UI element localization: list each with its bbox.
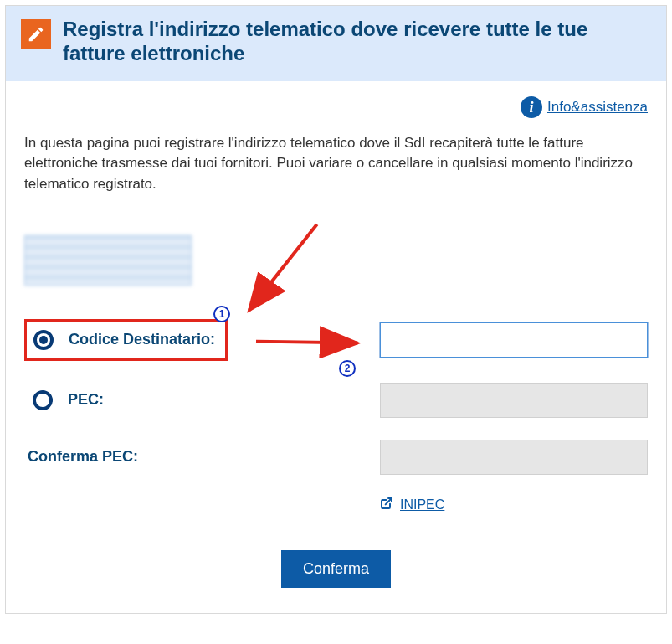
info-icon: i	[521, 96, 542, 118]
intro-text: In questa pagina puoi registrare l'indir…	[24, 133, 648, 195]
row-pec: PEC:	[24, 383, 648, 418]
help-row: i Info&assistenza	[24, 96, 648, 118]
radio-pec[interactable]	[33, 390, 53, 410]
submit-row: Conferma	[24, 550, 648, 588]
page-header: Registra l'indirizzo telematico dove ric…	[6, 6, 666, 81]
label-conferma-pec: Conferma PEC:	[28, 448, 138, 466]
highlight-codice-destinatario: Codice Destinatario:	[24, 319, 228, 361]
help-link[interactable]: i Info&assistenza	[521, 96, 648, 118]
annotation-badge-2: 2	[339, 360, 356, 377]
page-body: i Info&assistenza In questa pagina puoi …	[6, 81, 666, 613]
help-link-label: Info&assistenza	[547, 99, 648, 116]
inipec-link[interactable]: INIPEC	[380, 497, 444, 513]
svg-line-2	[249, 224, 317, 311]
confirm-button[interactable]: Conferma	[281, 550, 391, 588]
page-title: Registra l'indirizzo telematico dove ric…	[63, 18, 651, 66]
label-codice-destinatario: Codice Destinatario:	[69, 331, 215, 348]
input-conferma-pec	[380, 440, 648, 475]
input-pec	[380, 383, 648, 418]
external-link-icon	[380, 497, 393, 513]
input-codice-destinatario[interactable]	[380, 322, 648, 358]
row-inipec: INIPEC	[24, 497, 648, 513]
radio-codice-destinatario[interactable]	[33, 330, 54, 350]
row-conferma-pec: Conferma PEC:	[24, 440, 648, 475]
label-pec: PEC:	[68, 391, 104, 409]
inipec-link-label: INIPEC	[400, 497, 444, 513]
page-card: Registra l'indirizzo telematico dove ric…	[5, 5, 667, 614]
redacted-block	[24, 235, 192, 286]
row-codice-destinatario: Codice Destinatario:	[24, 319, 648, 361]
pencil-icon	[21, 19, 51, 49]
